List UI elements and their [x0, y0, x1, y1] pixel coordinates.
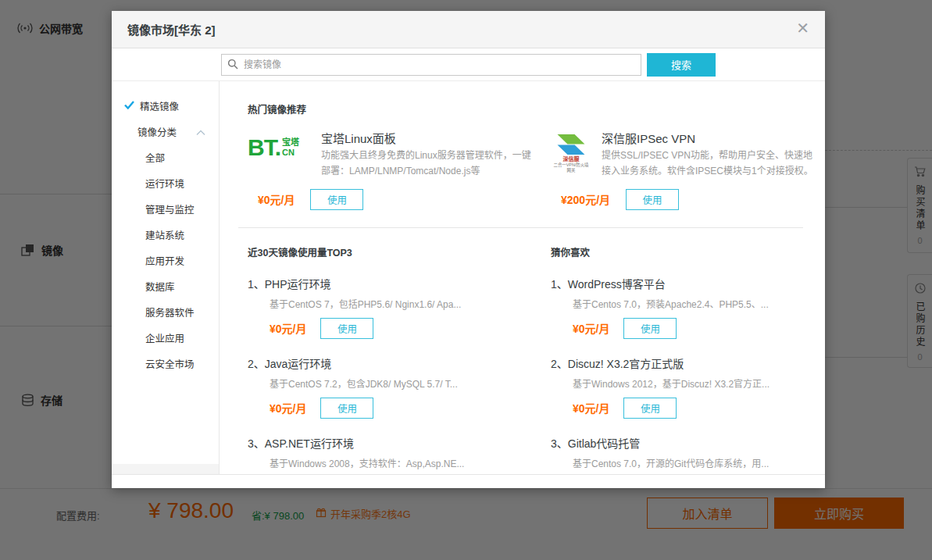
hot-card-baota: BT. 宝塔 CN 宝塔Linux面板 功能强大且终身免费的Linux服务器管理… [248, 130, 551, 210]
search-button[interactable]: 搜索 [647, 53, 716, 77]
sidebar-item-label: 企业应用 [145, 330, 184, 345]
item-desc: 基于CentOS 7.2，包含JDK8/ MySQL 5.7/ T... [270, 376, 551, 390]
sidebar-item-label: 云安全市场 [145, 356, 195, 371]
list-item: 3、ASP.NET运行环境 基于Windows 2008，支持软件：Asp,As… [248, 435, 551, 474]
guess-section-title: 猜你喜欢 [551, 244, 812, 259]
item-name: 2、Java运行环境 [248, 355, 551, 371]
sidebar-item-label: 精选镜像 [140, 98, 179, 113]
item-desc: 基于Centos 7.0，开源的Git代码仓库系统，用... [573, 456, 812, 469]
list-item: 2、Discuz! X3.2官方正式版 基于Windows 2012，基于Dis… [551, 355, 812, 419]
sidebar-item-label: 运行环境 [145, 176, 184, 191]
card-desc: 功能强大且终身免费的Linux服务器管理软件，一键部署：LAMP/LNMP/To… [321, 148, 538, 180]
card-name: 宝塔Linux面板 [321, 130, 538, 146]
modal-sidebar: 精选镜像 镜像分类 全部 运行环境 管理与监控 建站系统 应用开发 数据库 服务… [112, 81, 220, 474]
sangfor-logo-sub: 二合一VPN/防火墙网关 [553, 163, 590, 173]
top3-section-title: 近30天镜像使用量TOP3 [248, 244, 551, 259]
item-price: ¥0元/月 [270, 400, 306, 416]
chevron-up-icon[interactable] [196, 127, 205, 138]
use-button[interactable]: 使用 [623, 398, 677, 419]
item-desc: 基于Windows 2012，基于Discuz! X3.2官方正... [573, 376, 812, 390]
sidebar-item-database[interactable]: 数据库 [112, 273, 219, 299]
modal-footer [112, 474, 825, 488]
sidebar-category-header[interactable]: 镜像分类 [112, 119, 219, 144]
item-price: ¥0元/月 [573, 320, 609, 336]
item-desc: 基于Centos 7.0，预装Apache2.4、PHP5.5、... [573, 297, 812, 310]
lists-row: 近30天镜像使用量TOP3 1、PHP运行环境 基于CentOS 7，包括PHP… [248, 244, 812, 474]
list-item: 1、PHP运行环境 基于CentOS 7，包括PHP5.6/ Nginx1.6/… [248, 276, 551, 339]
search-icon [227, 59, 238, 73]
item-desc: 基于CentOS 7，包括PHP5.6/ Nginx1.6/ Apa... [270, 297, 551, 310]
sidebar-item-label: 数据库 [145, 279, 175, 294]
sidebar-item-label: 建站系统 [145, 227, 184, 242]
baota-logo-text: BT. [248, 136, 280, 159]
modal-title: 镜像市场[华东 2] [127, 21, 216, 37]
sidebar-item-appdev[interactable]: 应用开发 [112, 248, 219, 273]
check-icon [124, 101, 134, 112]
sidebar-item-all[interactable]: 全部 [112, 144, 219, 170]
sidebar-item-monitor[interactable]: 管理与监控 [112, 196, 219, 222]
item-name: 1、WordPress博客平台 [551, 276, 812, 291]
sidebar-item-runtime[interactable]: 运行环境 [112, 170, 219, 196]
card-price: ¥0元/月 [258, 191, 295, 207]
sangfor-logo-name: 深信服 [551, 156, 591, 162]
baota-logo: BT. 宝塔 CN [248, 130, 321, 180]
image-market-modal: 镜像市场[华东 2] ✕ 搜索 精选镜像 镜像分类 [112, 11, 825, 488]
sidebar-item-label: 服务器软件 [145, 305, 195, 319]
card-name: 深信服IPSec VPN [602, 130, 819, 146]
baota-logo-sub: 宝塔 [282, 137, 299, 148]
sidebar-item-serversoft[interactable]: 服务器软件 [112, 299, 219, 325]
sidebar-item-website[interactable]: 建站系统 [112, 222, 219, 248]
item-name: 1、PHP运行环境 [248, 276, 551, 291]
sidebar-item-label: 镜像分类 [137, 124, 177, 139]
search-box [221, 54, 641, 76]
list-item: 3、Gitlab代码托管 基于Centos 7.0，开源的Git代码仓库系统，用… [551, 435, 812, 474]
modal-body: 精选镜像 镜像分类 全部 运行环境 管理与监控 建站系统 应用开发 数据库 服务… [112, 81, 825, 474]
sidebar-item-label: 全部 [145, 150, 165, 165]
search-row: 搜索 [112, 48, 825, 81]
list-item: 2、Java运行环境 基于CentOS 7.2，包含JDK8/ MySQL 5.… [248, 355, 551, 419]
close-icon[interactable]: ✕ [796, 20, 809, 36]
modal-main: 热门镜像推荐 BT. 宝塔 CN 宝塔Linux面板 [220, 81, 825, 474]
hot-card-sangfor: 深信服 二合一VPN/防火墙网关 深信服IPSec VPN 提供SSL/IPSE… [551, 130, 819, 210]
sidebar-item-label: 应用开发 [145, 253, 184, 268]
item-desc: 基于Windows 2008，支持软件：Asp,Asp.NE... [270, 456, 551, 469]
sidebar-scroll-track [112, 464, 219, 474]
use-button[interactable]: 使用 [310, 189, 363, 210]
baota-logo-sub: CN [282, 148, 299, 158]
use-button[interactable]: 使用 [320, 398, 373, 419]
modal-header: 镜像市场[华东 2] ✕ [112, 11, 825, 48]
hot-cards-row: BT. 宝塔 CN 宝塔Linux面板 功能强大且终身免费的Linux服务器管理… [248, 130, 812, 210]
item-price: ¥0元/月 [270, 320, 306, 336]
hot-section-title: 热门镜像推荐 [248, 102, 812, 116]
item-name: 3、ASP.NET运行环境 [248, 435, 551, 451]
item-name: 2、Discuz! X3.2官方正式版 [551, 355, 812, 371]
sidebar-item-security[interactable]: 云安全市场 [112, 351, 219, 376]
use-button[interactable]: 使用 [626, 189, 679, 210]
card-price: ¥200元/月 [561, 191, 610, 207]
sangfor-logo: 深信服 二合一VPN/防火墙网关 [551, 130, 591, 180]
item-price: ¥0元/月 [573, 400, 609, 416]
sidebar-item-featured[interactable]: 精选镜像 [112, 93, 219, 119]
sidebar-item-enterprise[interactable]: 企业应用 [112, 325, 219, 351]
top3-column: 近30天镜像使用量TOP3 1、PHP运行环境 基于CentOS 7，包括PHP… [248, 244, 551, 474]
content-divider [238, 227, 803, 228]
list-item: 1、WordPress博客平台 基于Centos 7.0，预装Apache2.4… [551, 276, 812, 339]
use-button[interactable]: 使用 [320, 318, 373, 339]
sidebar-item-label: 管理与监控 [145, 202, 195, 216]
search-input[interactable] [221, 54, 641, 76]
use-button[interactable]: 使用 [623, 318, 677, 339]
item-name: 3、Gitlab代码托管 [551, 435, 812, 451]
card-desc: 提供SSL/IPSEC VPN功能，帮助用户安全、快速地接入业务系统。软件含IP… [602, 148, 819, 180]
guess-column: 猜你喜欢 1、WordPress博客平台 基于Centos 7.0，预装Apac… [551, 244, 812, 474]
